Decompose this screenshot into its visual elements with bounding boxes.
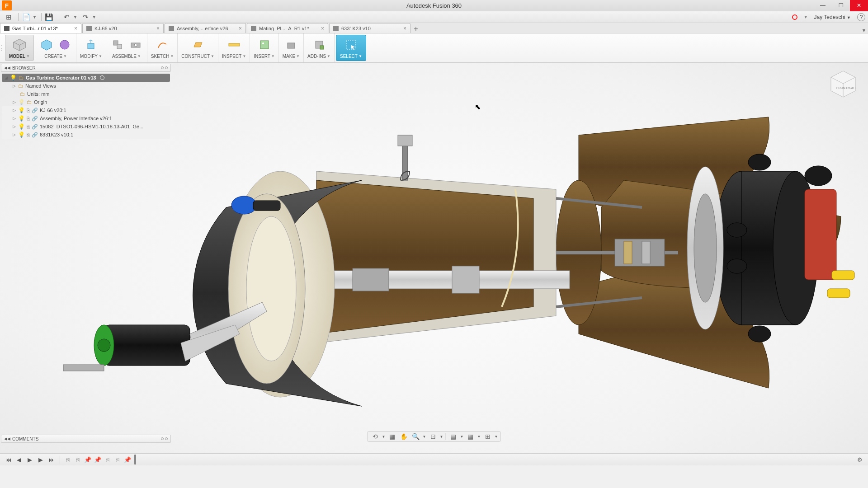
sketch-icon[interactable] [155,37,170,52]
panel-option-icon[interactable] [165,437,168,440]
panel-option-icon[interactable] [165,66,168,69]
comments-collapse-icon[interactable]: ◀◀ [4,436,10,441]
close-icon[interactable]: × [403,25,406,32]
visibility-icon[interactable]: 💡 [18,131,25,138]
rec-dropdown-icon[interactable]: ▼ [804,15,808,19]
insert-panel[interactable]: INSERT▼ [250,33,278,62]
zoom-button[interactable]: 🔍 [410,432,421,441]
timeline-start-button[interactable]: ⏮ [4,455,13,464]
timeline-next-button[interactable]: ▶ [36,455,45,464]
visibility-icon[interactable]: 💡 [18,107,25,113]
plane-icon[interactable] [190,37,206,52]
undo-button[interactable]: ↶ [61,12,73,22]
tree-item-6331k23[interactable]: ▷ 💡 ⎘ 🔗 6331K23 v10:1 [2,131,170,139]
expand-icon[interactable]: ▷ [12,108,16,113]
assemble-panel[interactable]: ASSEMBLE▼ [106,33,147,62]
grid-dropdown-icon[interactable]: ▼ [477,432,481,441]
grid-settings-button[interactable]: ▦ [465,432,476,441]
sketch-panel[interactable]: SKETCH▼ [147,33,178,62]
create-panel[interactable]: CREATE▼ [35,33,76,62]
press-pull-icon[interactable] [83,37,99,52]
tab-mating-plate[interactable]: Mating_Pl..._A_R1 v1* × [247,23,328,33]
view-cube[interactable]: FRONT RIGHT [827,68,859,100]
scripts-icon[interactable] [311,37,327,52]
close-icon[interactable]: × [321,25,324,32]
tree-root[interactable]: ◢ 💡 🗀 Gas Turbine Generator 01 v13 [2,74,170,82]
expand-icon[interactable]: ◢ [4,75,8,80]
make-panel[interactable]: MAKE▼ [279,33,304,62]
user-name[interactable]: Jay Tedeschi ▼ [814,14,851,20]
display-dropdown-icon[interactable]: ▼ [460,432,464,441]
comments-panel-header[interactable]: ◀◀ COMMENTS [1,435,171,443]
viewports-dropdown-icon[interactable]: ▼ [494,432,499,441]
browser-collapse-icon[interactable]: ◀◀ [4,66,10,70]
zoom-dropdown-icon[interactable]: ▼ [422,432,427,441]
expand-icon[interactable]: ▷ [12,84,16,88]
minimize-button[interactable]: — [814,0,832,11]
timeline-feature[interactable]: 📌 [123,455,132,464]
timeline-cursor[interactable] [134,455,136,465]
visibility-icon[interactable]: 💡 [18,115,25,122]
timeline-feature[interactable]: ⎘ [74,455,82,464]
tab-gas-turbine[interactable]: Gas Turbi...r 01 v13* × [0,23,81,33]
fit-button[interactable]: ⊡ [428,432,439,441]
construct-panel[interactable]: CONSTRUCT▼ [178,33,218,62]
file-menu-button[interactable]: 📄 [20,12,32,22]
close-icon[interactable]: × [239,25,242,32]
orbit-button[interactable]: ⟲ [370,432,381,441]
decal-icon[interactable] [257,37,272,52]
tree-item-units[interactable]: 🗀 Units: mm [2,90,170,98]
workspace-switcher[interactable]: MODEL▼ [5,35,34,61]
tree-item-origin[interactable]: ▷ 💡 🗀 Origin [2,98,170,106]
addins-panel[interactable]: ADD-INS▼ [304,33,335,62]
expand-icon[interactable]: ▷ [12,116,16,121]
redo-button[interactable]: ↷ [80,12,92,22]
timeline-feature[interactable]: 📌 [94,455,102,464]
visibility-icon[interactable]: 💡 [18,123,25,130]
timeline-feature[interactable]: ⎘ [113,455,122,464]
data-panel-button[interactable]: ⊞ [3,12,14,22]
file-dropdown-icon[interactable]: ▼ [33,15,37,19]
select-cursor-icon[interactable] [343,37,359,52]
viewports-button[interactable]: ⊞ [482,432,493,441]
tab-overflow-button[interactable]: ▼ [860,28,868,33]
close-icon[interactable]: × [74,25,77,32]
as-built-joint-icon[interactable] [128,37,143,52]
box-icon[interactable] [39,37,54,52]
ribbon-handle[interactable]: ⋮ [0,33,4,62]
panel-option-icon[interactable] [161,437,164,440]
save-button[interactable]: 💾 [43,12,55,22]
sphere-icon[interactable] [57,37,72,52]
joint-icon[interactable] [110,37,125,52]
activate-icon[interactable] [100,75,104,80]
pan-button[interactable]: ✋ [399,432,410,441]
timeline-end-button[interactable]: ⏭ [47,455,56,464]
visibility-off-icon[interactable]: 💡 [18,99,25,105]
tree-item-named-views[interactable]: ▷ 🗀 Named Views [2,82,170,90]
orbit-dropdown-icon[interactable]: ▼ [382,432,386,441]
timeline-feature[interactable]: ⎘ [104,455,112,464]
browser-header[interactable]: ◀◀ BROWSER [1,64,171,72]
help-button[interactable]: ? [857,13,865,21]
tab-assembly[interactable]: Assembly, ...erface v26 × [165,23,246,33]
timeline-settings-button[interactable]: ⚙ [855,455,864,464]
record-icon[interactable] [792,14,797,20]
timeline-feature[interactable]: ⎘ [64,455,72,464]
tree-item-dtso[interactable]: ▷ 💡 ⎘ 🔗 15082_DTSO1-096-HSM1-10.18.13-A0… [2,122,170,131]
tree-item-kj66[interactable]: ▷ 💡 ⎘ 🔗 KJ-66 v20:1 [2,106,170,114]
maximize-button[interactable]: ❐ [832,0,850,11]
timeline-play-button[interactable]: ▶ [25,455,34,464]
timeline-prev-button[interactable]: ◀ [14,455,24,464]
expand-icon[interactable]: ▷ [12,100,16,104]
modify-panel[interactable]: MODIFY▼ [76,33,106,62]
redo-dropdown-icon[interactable]: ▼ [92,15,96,19]
undo-dropdown-icon[interactable]: ▼ [73,15,77,19]
tab-6331k23[interactable]: 6331K23 v10 × [329,23,410,33]
close-icon[interactable]: × [156,25,160,32]
measure-icon[interactable] [226,37,242,52]
print-icon[interactable] [283,37,299,52]
look-at-button[interactable]: ▦ [387,432,398,441]
tab-kj66[interactable]: KJ-66 v20 × [82,23,164,33]
new-tab-button[interactable]: + [411,25,420,33]
inspect-panel[interactable]: INSPECT▼ [218,33,250,62]
